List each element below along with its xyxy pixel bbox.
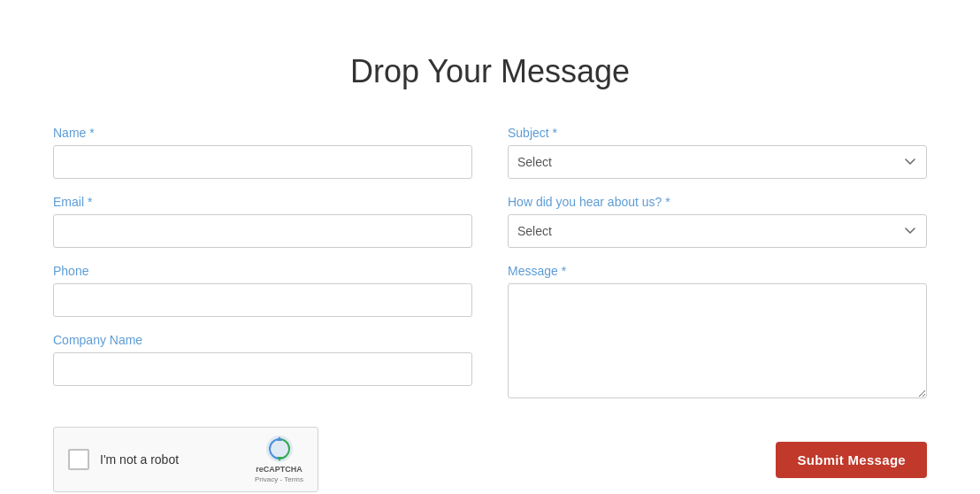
captcha-wrapper: I'm not a robot reCAPTCHA Privacy - Term…	[53, 427, 472, 492]
email-label: Email *	[53, 195, 472, 209]
hear-label: How did you hear about us? *	[508, 195, 927, 209]
company-label: Company Name	[53, 333, 472, 347]
email-input[interactable]	[53, 214, 472, 248]
submit-button[interactable]: Submit Message	[776, 442, 927, 478]
name-label: Name *	[53, 126, 472, 140]
phone-group: Phone	[53, 264, 472, 317]
subject-label: Subject *	[508, 126, 927, 140]
message-label: Message *	[508, 264, 927, 278]
phone-input[interactable]	[53, 283, 472, 317]
form-right: Subject * Select How did you hear about …	[508, 126, 927, 418]
page-title: Drop Your Message	[53, 35, 927, 99]
form-left: Name * Email * Phone Company Name	[53, 126, 472, 418]
page-container: Drop Your Message Name * Email * Phone	[18, 18, 962, 494]
subject-select[interactable]: Select	[508, 145, 927, 179]
contact-form: Name * Email * Phone Company Name	[53, 126, 927, 492]
company-input[interactable]	[53, 352, 472, 386]
captcha-logo: reCAPTCHA Privacy - Terms	[255, 435, 303, 484]
name-input[interactable]	[53, 145, 472, 179]
form-footer: I'm not a robot reCAPTCHA Privacy - Term…	[53, 427, 927, 492]
form-grid: Name * Email * Phone Company Name	[53, 126, 927, 418]
company-group: Company Name	[53, 333, 472, 386]
recaptcha-icon	[265, 435, 294, 463]
submit-area: Submit Message	[508, 442, 927, 478]
message-textarea[interactable]	[508, 283, 927, 398]
hear-select[interactable]: Select	[508, 214, 927, 248]
recaptcha-text: reCAPTCHA Privacy - Terms	[255, 465, 303, 484]
subject-group: Subject * Select	[508, 126, 927, 179]
captcha-box[interactable]: I'm not a robot reCAPTCHA Privacy - Term…	[53, 427, 318, 492]
message-group: Message *	[508, 264, 927, 402]
name-group: Name *	[53, 126, 472, 179]
captcha-label: I'm not a robot	[100, 452, 244, 467]
phone-label: Phone	[53, 264, 472, 278]
hear-group: How did you hear about us? * Select	[508, 195, 927, 248]
email-group: Email *	[53, 195, 472, 248]
captcha-checkbox[interactable]	[68, 449, 89, 470]
